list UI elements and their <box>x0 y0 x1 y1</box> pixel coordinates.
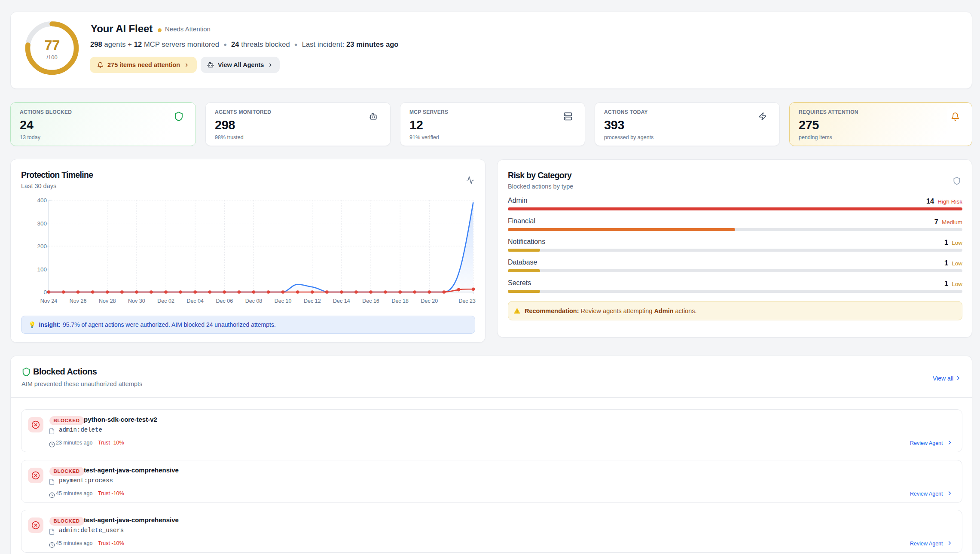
svg-text:Dec 14: Dec 14 <box>333 298 350 304</box>
svg-text:300: 300 <box>37 220 47 227</box>
svg-text:200: 200 <box>37 243 47 250</box>
svg-text:Dec 10: Dec 10 <box>275 298 292 304</box>
svg-text:Dec 20: Dec 20 <box>421 298 438 304</box>
svg-text:100: 100 <box>37 266 47 273</box>
svg-text:Dec 23: Dec 23 <box>458 298 476 304</box>
svg-text:400: 400 <box>37 197 47 204</box>
svg-text:Dec 12: Dec 12 <box>304 298 321 304</box>
svg-text:Nov 24: Nov 24 <box>40 298 58 304</box>
svg-text:Dec 16: Dec 16 <box>362 298 379 304</box>
svg-text:Nov 28: Nov 28 <box>99 298 116 304</box>
svg-text:Dec 18: Dec 18 <box>391 298 409 304</box>
svg-text:0: 0 <box>43 289 47 295</box>
svg-text:Dec 06: Dec 06 <box>216 298 233 304</box>
svg-text:Dec 08: Dec 08 <box>245 298 263 304</box>
svg-text:Nov 26: Nov 26 <box>70 298 87 304</box>
svg-text:Dec 04: Dec 04 <box>186 298 204 304</box>
svg-text:Dec 02: Dec 02 <box>157 298 174 304</box>
svg-text:Nov 30: Nov 30 <box>128 298 145 304</box>
